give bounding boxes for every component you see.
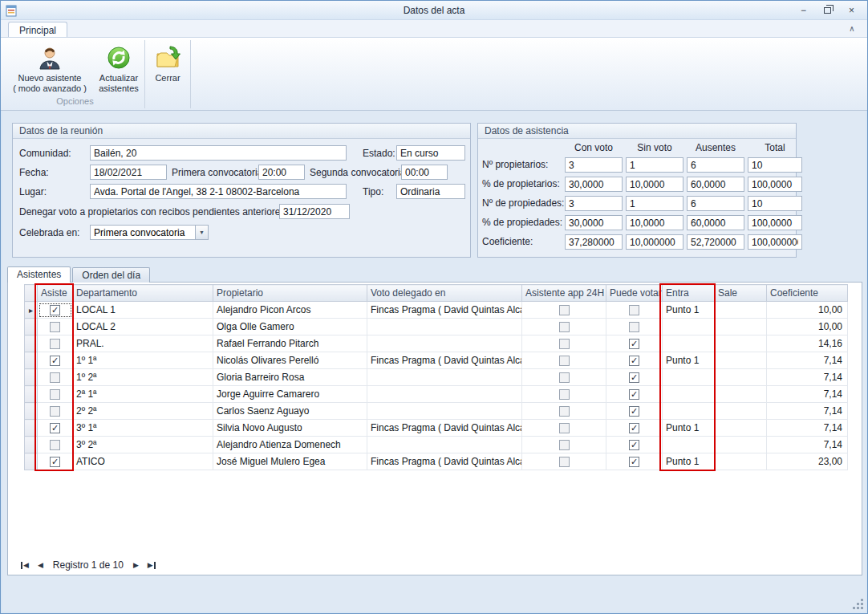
cell-propietario[interactable]: Jorge Aguirre Camarero: [213, 386, 367, 403]
segunda-convocatoria-field[interactable]: [401, 165, 448, 180]
celebrada-en-combo[interactable]: ▼: [90, 225, 209, 240]
cell-sale[interactable]: [715, 319, 767, 335]
cell-voto-delegado[interactable]: Fincas Pragma ( David Quintas Alcal...: [367, 352, 522, 369]
checkbox[interactable]: [559, 389, 570, 400]
fecha-field[interactable]: [90, 165, 167, 180]
cell-entra[interactable]: Punto 1: [663, 420, 715, 437]
cell-departamento[interactable]: 3º 1ª: [73, 420, 213, 437]
cell-coeficiente[interactable]: 10,00: [767, 302, 848, 319]
cell-asiste[interactable]: [38, 319, 73, 335]
cell-entra[interactable]: Punto 1: [663, 302, 715, 319]
attendance-value-field[interactable]: [687, 196, 744, 211]
cell-entra[interactable]: Punto 1: [663, 453, 715, 470]
cell-asistente-app[interactable]: [522, 352, 606, 369]
cell-sale[interactable]: [715, 386, 767, 403]
attendance-value-field[interactable]: [626, 196, 683, 211]
checkbox[interactable]: ✓: [629, 457, 639, 467]
attendance-value-field[interactable]: [626, 234, 683, 250]
cell-entra[interactable]: [663, 369, 715, 386]
celebrada-en-field[interactable]: [90, 225, 195, 240]
grid-column-header[interactable]: Voto delegado en: [367, 285, 522, 302]
cell-departamento[interactable]: LOCAL 2: [73, 319, 213, 335]
cell-coeficiente[interactable]: 7,14: [767, 420, 848, 437]
grid-column-header[interactable]: Asiste: [38, 285, 73, 302]
grid-row[interactable]: 2º 2ªCarlos Saenz Aguayo✓7,14: [25, 403, 848, 420]
attendance-value-field[interactable]: [687, 234, 744, 250]
grid-row[interactable]: 1º 2ªGloria Barreiro Rosa✓7,14: [25, 369, 848, 386]
cell-voto-delegado[interactable]: [367, 319, 522, 335]
cell-coeficiente[interactable]: 14,16: [767, 335, 848, 352]
cell-voto-delegado[interactable]: [367, 386, 522, 403]
cell-entra[interactable]: [663, 437, 715, 453]
first-record-button[interactable]: ◀: [21, 561, 30, 569]
tab-principal[interactable]: Principal: [8, 22, 67, 38]
cell-departamento[interactable]: ATICO: [73, 453, 213, 470]
checkbox[interactable]: [559, 356, 570, 366]
checkbox[interactable]: [559, 339, 570, 349]
checkbox[interactable]: ✓: [629, 389, 639, 400]
tab-orden-del-dia[interactable]: Orden del día: [72, 267, 150, 283]
cell-asistente-app[interactable]: [522, 302, 606, 319]
cell-departamento[interactable]: 2º 2ª: [73, 403, 213, 420]
grid-row[interactable]: ▸✓LOCAL 1Alejandro Picon ArcosFincas Pra…: [25, 302, 848, 319]
cell-entra[interactable]: [663, 319, 715, 335]
attendance-value-field[interactable]: [687, 157, 744, 173]
checkbox[interactable]: [559, 440, 570, 450]
cell-coeficiente[interactable]: 7,14: [767, 437, 848, 453]
checkbox[interactable]: [559, 305, 570, 315]
cell-coeficiente[interactable]: 7,14: [767, 352, 848, 369]
tipo-field[interactable]: [396, 184, 465, 199]
cell-propietario[interactable]: Alejandro Picon Arcos: [213, 302, 367, 319]
cell-departamento[interactable]: LOCAL 1: [73, 302, 213, 319]
restore-icon[interactable]: [817, 3, 838, 17]
grid-row[interactable]: ✓ATICOJosé Miguel Mulero EgeaFincas Prag…: [25, 453, 848, 470]
cell-departamento[interactable]: 1º 2ª: [73, 369, 213, 386]
attendance-value-field[interactable]: [565, 157, 623, 173]
close-icon[interactable]: ×: [841, 3, 862, 17]
cell-puede-votar[interactable]: ✓: [606, 335, 663, 352]
cell-propietario[interactable]: Alejandro Atienza Domenech: [213, 437, 367, 453]
cell-voto-delegado[interactable]: [367, 335, 522, 352]
checkbox[interactable]: [559, 406, 570, 417]
cell-departamento[interactable]: 3º 2ª: [73, 437, 213, 453]
cell-sale[interactable]: [715, 420, 767, 437]
cell-puede-votar[interactable]: ✓: [606, 420, 663, 437]
cell-coeficiente[interactable]: 23,00: [767, 453, 848, 470]
refresh-attendees-button[interactable]: Actualizar asistentes: [95, 42, 142, 95]
checkbox[interactable]: [50, 406, 60, 417]
checkbox[interactable]: ✓: [50, 423, 60, 433]
previous-record-button[interactable]: ◀: [37, 561, 44, 569]
cell-voto-delegado[interactable]: Fincas Pragma ( David Quintas Alcal...: [367, 420, 522, 437]
cell-puede-votar[interactable]: ✓: [606, 437, 663, 453]
cell-asistente-app[interactable]: [522, 319, 606, 335]
cell-coeficiente[interactable]: 7,14: [767, 386, 848, 403]
cell-entra[interactable]: Punto 1: [663, 352, 715, 369]
cell-puede-votar[interactable]: [606, 319, 663, 335]
checkbox[interactable]: [50, 372, 60, 383]
checkbox[interactable]: [629, 305, 639, 315]
cell-coeficiente[interactable]: 7,14: [767, 403, 848, 420]
cell-coeficiente[interactable]: 10,00: [767, 319, 848, 335]
close-form-button[interactable]: Cerrar: [148, 42, 187, 95]
checkbox[interactable]: [50, 339, 60, 349]
cell-asistente-app[interactable]: [522, 453, 606, 470]
cell-asistente-app[interactable]: [522, 437, 606, 453]
attendance-value-field[interactable]: [626, 157, 683, 173]
cell-asiste[interactable]: ✓: [38, 420, 73, 437]
checkbox[interactable]: ✓: [629, 339, 639, 349]
cell-puede-votar[interactable]: ✓: [606, 352, 663, 369]
grid-column-header[interactable]: Sale: [715, 285, 767, 302]
primera-convocatoria-field[interactable]: [258, 165, 305, 180]
cell-puede-votar[interactable]: ✓: [606, 369, 663, 386]
cell-entra[interactable]: [663, 403, 715, 420]
attendance-value-field[interactable]: [748, 157, 802, 173]
last-record-button[interactable]: ▶: [147, 561, 156, 569]
attendance-value-field[interactable]: [748, 196, 802, 211]
checkbox[interactable]: [559, 322, 570, 332]
cell-puede-votar[interactable]: ✓: [606, 403, 663, 420]
next-record-button[interactable]: ▶: [132, 561, 140, 569]
cell-voto-delegado[interactable]: [367, 437, 522, 453]
attendance-value-field[interactable]: [626, 215, 683, 230]
cell-sale[interactable]: [715, 403, 767, 420]
cell-asistente-app[interactable]: [522, 386, 606, 403]
